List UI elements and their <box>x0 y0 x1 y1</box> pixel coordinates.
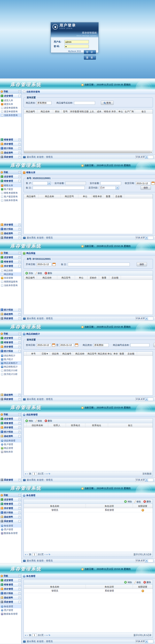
column-header[interactable]: 备注 <box>108 423 153 427</box>
sidebar-group[interactable]: 基础资料+ <box>0 515 21 519</box>
add-button[interactable]: 增加 <box>124 500 132 503</box>
sidebar-item[interactable]: 销售单据查询 <box>0 191 21 195</box>
calendar-icon[interactable] <box>151 182 154 185</box>
column-header[interactable]: 权限设置 <box>133 504 153 508</box>
sidebar-group-expanded[interactable]: 统计报表- <box>0 349 21 353</box>
sidebar-item[interactable]: 商品报溢 <box>0 272 21 276</box>
column-header[interactable]: 联系电话 <box>66 423 85 427</box>
edit-button[interactable]: 修改 <box>36 419 42 422</box>
sidebar-group-expanded[interactable]: 库存管理- <box>0 264 21 268</box>
expand-button[interactable]: + <box>18 596 21 599</box>
collapse-button[interactable]: - <box>18 95 21 97</box>
column-header[interactable]: 商品型号 <box>87 352 97 356</box>
column-header[interactable]: 销售价 <box>103 110 111 113</box>
sidebar-group[interactable]: 基础资料+ <box>0 312 21 316</box>
column-header[interactable]: 销售总数 <box>79 110 89 113</box>
sidebar-item[interactable]: 退货出库 <box>0 102 21 106</box>
sidebar-group[interactable]: 销售管理+ <box>0 138 21 142</box>
sidebar-group[interactable]: 基础资料+ <box>0 393 21 397</box>
expand-button[interactable]: + <box>18 503 21 505</box>
exit-system[interactable]: 退出系统 <box>27 559 36 562</box>
exit-system[interactable]: 退出系统 <box>27 398 36 401</box>
exit-system[interactable]: 退出系统 <box>27 640 36 643</box>
remark-input[interactable] <box>33 186 85 190</box>
column-header[interactable]: 商品名称 <box>39 194 61 198</box>
sidebar-group[interactable]: 基础资料+ <box>0 596 21 600</box>
last-page-button[interactable]: » <box>46 472 48 475</box>
column-header[interactable]: 销售单价 <box>92 194 103 198</box>
column-header[interactable] <box>137 352 153 356</box>
column-header[interactable]: 权限设置 <box>133 585 153 589</box>
sidebar-group[interactable]: 统计报表+ <box>0 510 21 515</box>
code-or-name-input[interactable] <box>74 101 95 105</box>
sidebar-group[interactable]: 统计报表+ <box>0 591 21 596</box>
skin-switcher[interactable]: 切换皮肤 <box>135 478 153 482</box>
column-header[interactable]: 商品型号 <box>57 276 75 280</box>
column-header[interactable]: 商品名称 <box>37 110 53 113</box>
sidebar-group[interactable]: 库存管理+ <box>0 425 21 430</box>
sidebar-group[interactable]: 统计报表+ <box>0 146 21 150</box>
sidebar-collapse-button[interactable]: « <box>18 413 21 416</box>
collapse-button[interactable]: - <box>18 265 21 267</box>
sidebar-collapse-button[interactable]: « <box>18 575 21 577</box>
column-header[interactable]: 单位 <box>78 194 92 198</box>
page-number-input[interactable] <box>32 553 37 556</box>
sidebar-group[interactable]: 销售管理+ <box>0 421 21 425</box>
column-header[interactable]: 单价 <box>113 352 119 356</box>
delete-button[interactable]: 删除 <box>143 581 151 584</box>
sidebar-item[interactable]: 供应商管理 <box>0 439 21 442</box>
expand-button[interactable]: + <box>18 337 21 339</box>
expand-button[interactable]: + <box>18 394 21 396</box>
delete-button[interactable]: 删除 <box>45 272 52 275</box>
edit-button[interactable]: 修改 <box>36 272 42 275</box>
column-header[interactable]: 成本.. <box>96 110 103 113</box>
column-header[interactable]: 上次.. <box>89 110 96 113</box>
calendar-icon[interactable] <box>75 344 78 347</box>
column-header[interactable]: 数量 <box>119 352 125 356</box>
expand-button[interactable]: + <box>18 507 21 510</box>
permission-settings-icon[interactable] <box>141 509 144 512</box>
column-header[interactable]: 单位 <box>107 352 113 356</box>
sidebar-item[interactable]: 进货入库 <box>0 98 21 102</box>
sidebar-item[interactable]: 数据备份管理 <box>0 531 21 535</box>
column-header[interactable]: 角色名称 <box>24 504 86 508</box>
column-header[interactable]: 类别 <box>53 110 61 113</box>
receive-date-input[interactable] <box>135 182 150 185</box>
sidebar-group-expanded[interactable]: 系统管理- <box>0 600 21 604</box>
column-header[interactable]: 总金额 <box>109 276 121 280</box>
expand-button[interactable]: + <box>18 498 21 501</box>
collapse-button[interactable]: - <box>18 435 21 437</box>
sidebar-item[interactable]: 客户退货 <box>0 187 21 191</box>
column-header[interactable]: 商品型号 <box>61 194 78 198</box>
expand-button[interactable]: + <box>18 592 21 594</box>
expand-button[interactable]: + <box>18 152 21 154</box>
expand-button[interactable]: + <box>18 236 21 239</box>
edit-button[interactable]: 修改 <box>134 500 141 503</box>
code-or-name-input[interactable] <box>130 343 149 347</box>
sidebar-group[interactable]: 进货管理+ <box>0 417 21 421</box>
sidebar-item[interactable]: 当前库存查询 <box>0 284 21 287</box>
sidebar-item[interactable]: 客户退货查询 <box>0 195 21 198</box>
collapse-button[interactable]: - <box>18 520 21 522</box>
sidebar-group[interactable]: 系统管理+ <box>0 155 21 159</box>
query-button[interactable]: 查询 <box>153 343 155 347</box>
username-input[interactable] <box>65 40 89 44</box>
date-from-input[interactable] <box>37 343 51 347</box>
first-page-button[interactable]: « <box>25 553 26 556</box>
exit-system[interactable]: 退出系统 <box>27 156 36 158</box>
skin-switcher[interactable]: 切换皮肤 <box>135 317 153 320</box>
expand-button[interactable]: + <box>18 418 21 420</box>
column-header[interactable]: 角色说明 <box>86 504 133 508</box>
customer-select[interactable] <box>33 182 51 185</box>
sidebar-group[interactable]: 系统管理+ <box>0 397 21 402</box>
sidebar-group[interactable]: 库存管理+ <box>0 506 21 510</box>
expand-button[interactable]: + <box>18 138 21 141</box>
column-header[interactable]: 日期▼ <box>40 352 50 356</box>
expand-button[interactable]: + <box>18 426 21 429</box>
column-header[interactable] <box>124 194 153 198</box>
date-to-input[interactable] <box>60 343 74 347</box>
column-header[interactable]: 库存.. <box>111 110 118 113</box>
expand-button[interactable]: + <box>18 422 21 424</box>
column-header[interactable]: 库存数量 <box>70 110 79 113</box>
exit-system[interactable]: 退出系统 <box>27 478 36 482</box>
